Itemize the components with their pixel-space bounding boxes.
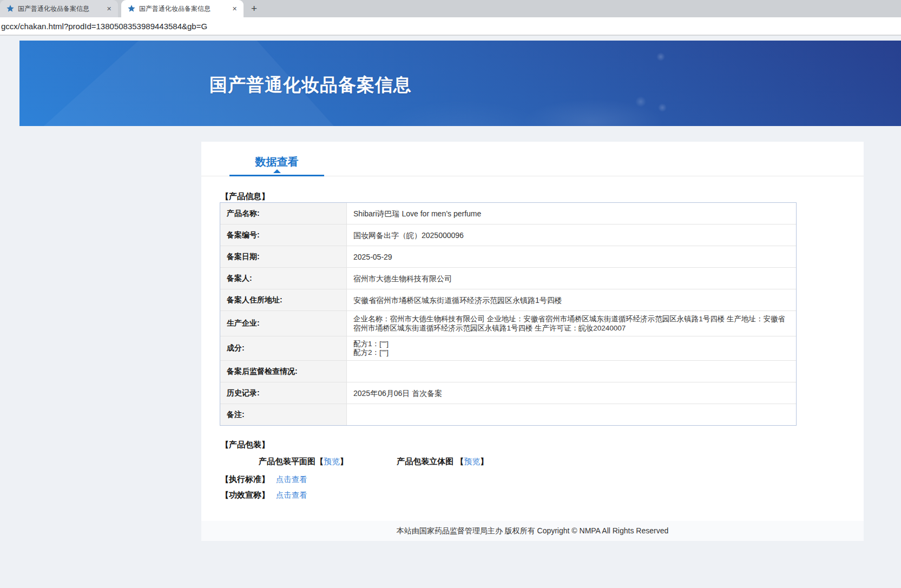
tab-data-view[interactable]: 数据查看	[229, 151, 324, 176]
packaging-item-flat: 产品包装平面图【预览】	[259, 457, 348, 466]
row-value: 企业名称：宿州市大德生物科技有限公司 企业地址：安徽省宿州市埇桥区城东街道循环经…	[347, 311, 796, 336]
browser-tab-strip: 国产普通化妆品备案信息 ✕ 国产普通化妆品备案信息 ✕ +	[0, 0, 901, 17]
preview-link[interactable]: 预览	[464, 457, 480, 466]
star-favicon-icon	[127, 4, 136, 14]
formula-line: 配方2：[""]	[353, 348, 389, 357]
table-row: 历史记录: 2025年06月06日 首次备案	[220, 382, 796, 404]
row-label: 备案后监督检查情况:	[220, 361, 347, 382]
table-row: 备案日期: 2025-05-29	[220, 246, 796, 267]
packaging-heading: 【产品包装】	[221, 440, 269, 450]
row-label: 备案人住所地址:	[220, 289, 347, 310]
row-label: 产品名称:	[220, 203, 347, 224]
row-value: Shibari诗巴瑞 Love for men’s perfume	[347, 203, 796, 224]
row-label: 备案编号:	[220, 224, 347, 246]
row-value: 宿州市大德生物科技有限公司	[347, 268, 796, 289]
table-row: 备注:	[220, 404, 796, 425]
packaging-line: 产品包装平面图【预览】 产品包装立体图 【预览】	[221, 457, 488, 467]
row-label: 备注:	[220, 404, 347, 425]
row-value: 国妆网备出字（皖）2025000096	[347, 224, 796, 246]
efficacy-heading: 【功效宣称】	[221, 490, 269, 499]
tab-close-icon[interactable]: ✕	[104, 4, 114, 14]
content-card: 数据查看 【产品信息】 产品名称: Shibari诗巴瑞 Love for me…	[201, 142, 864, 521]
tab-close-icon[interactable]: ✕	[230, 4, 239, 14]
table-row: 生产企业: 企业名称：宿州市大德生物科技有限公司 企业地址：安徽省宿州市埇桥区城…	[220, 310, 796, 336]
tab-title: 国产普通化妆品备案信息	[18, 4, 101, 14]
browser-tab-1[interactable]: 国产普通化妆品备案信息 ✕	[0, 0, 118, 17]
row-value: 2025年06月06日 首次备案	[347, 382, 796, 404]
formula-line: 配方1：[""]	[353, 340, 389, 348]
browser-tab-2-active[interactable]: 国产普通化妆品备案信息 ✕	[121, 0, 244, 17]
row-label: 生产企业:	[220, 311, 347, 336]
row-value	[347, 361, 796, 382]
row-value	[347, 404, 796, 425]
table-row: 备案编号: 国妆网备出字（皖）2025000096	[220, 224, 796, 246]
table-row: 产品名称: Shibari诗巴瑞 Love for men’s perfume	[220, 203, 796, 224]
row-value: 配方1：[""] 配方2：[""]	[347, 336, 796, 360]
table-row: 备案人住所地址: 安徽省宿州市埇桥区城东街道循环经济示范园区永镇路1号四楼	[220, 289, 796, 310]
page-banner: 国产普通化妆品备案信息	[19, 41, 901, 126]
efficacy-row: 【功效宣称】点击查看	[221, 490, 307, 500]
row-label: 历史记录:	[220, 382, 347, 404]
table-row: 备案后监督检查情况:	[220, 360, 796, 382]
click-to-view-link[interactable]: 点击查看	[276, 491, 307, 499]
tab-nav: 数据查看	[201, 142, 864, 176]
standard-row: 【执行标准】点击查看	[221, 474, 307, 485]
row-label: 备案日期:	[220, 246, 347, 267]
row-label: 成分:	[220, 336, 347, 360]
banner-dots-decoration	[19, 41, 901, 126]
product-info-table: 产品名称: Shibari诗巴瑞 Love for men’s perfume …	[220, 202, 797, 426]
star-favicon-icon	[5, 4, 15, 14]
standard-heading: 【执行标准】	[221, 474, 269, 484]
address-bar[interactable]: gccx/chakan.html?prodId=1380508353989443…	[0, 17, 901, 36]
banner-title: 国产普通化妆品备案信息	[209, 73, 412, 97]
tab-title: 国产普通化妆品备案信息	[139, 4, 227, 14]
table-row: 成分: 配方1：[""] 配方2：[""]	[220, 336, 796, 360]
product-info-heading: 【产品信息】	[221, 191, 269, 202]
packaging-item-3d: 产品包装立体图 【预览】	[397, 457, 488, 466]
click-to-view-link[interactable]: 点击查看	[276, 475, 307, 484]
new-tab-button[interactable]: +	[251, 3, 257, 14]
preview-link[interactable]: 预览	[324, 457, 340, 466]
table-row: 备案人: 宿州市大德生物科技有限公司	[220, 267, 796, 289]
row-label: 备案人:	[220, 268, 347, 289]
row-value: 安徽省宿州市埇桥区城东街道循环经济示范园区永镇路1号四楼	[347, 289, 796, 310]
copyright-text: 本站由国家药品监督管理局主办 版权所有 Copyright © NMPA All…	[397, 526, 668, 536]
row-value: 2025-05-29	[347, 246, 796, 267]
page-footer: 本站由国家药品监督管理局主办 版权所有 Copyright © NMPA All…	[201, 521, 864, 541]
url-text: gccx/chakan.html?prodId=1380508353989443…	[1, 22, 207, 31]
